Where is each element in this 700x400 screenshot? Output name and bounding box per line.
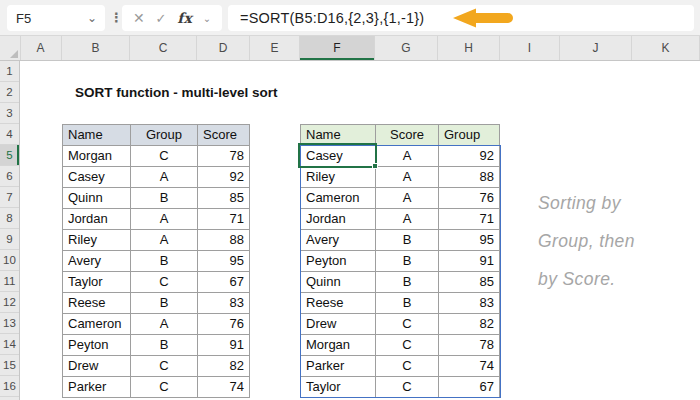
cancel-icon[interactable]: ✕ (133, 10, 145, 26)
row-header-14[interactable]: 14 (0, 334, 19, 355)
column-header-K[interactable]: K (632, 36, 700, 60)
table-cell[interactable]: 83 (198, 293, 250, 314)
table-cell[interactable]: B (131, 251, 198, 272)
column-header-G[interactable]: G (375, 36, 438, 60)
table-cell[interactable]: 82 (198, 356, 250, 377)
table-cell[interactable]: 74 (198, 377, 250, 398)
table-cell[interactable]: A (131, 230, 198, 251)
table-cell[interactable]: Drew (301, 314, 376, 335)
table-cell[interactable]: C (131, 356, 198, 377)
table-cell[interactable]: Peyton (63, 335, 131, 356)
table-cell[interactable]: Avery (301, 230, 376, 251)
row-header-7[interactable]: 7 (0, 187, 19, 208)
table-cell[interactable]: Quinn (301, 272, 376, 293)
row-header-15[interactable]: 15 (0, 355, 19, 376)
row-header-2[interactable]: 2 (0, 82, 19, 103)
table-cell[interactable]: 95 (198, 251, 250, 272)
table-cell[interactable]: C (376, 335, 439, 356)
table-cell[interactable]: A (376, 209, 439, 230)
column-header-F[interactable]: F (300, 36, 375, 60)
table-cell[interactable]: 85 (198, 188, 250, 209)
table-cell[interactable]: A (131, 167, 198, 188)
row-header-11[interactable]: 11 (0, 271, 19, 292)
table-header-cell[interactable]: Group (439, 125, 500, 146)
table-cell[interactable]: 95 (439, 230, 500, 251)
row-header-1[interactable]: 1 (0, 61, 19, 82)
table-cell[interactable]: 91 (198, 335, 250, 356)
table-cell[interactable]: 82 (439, 314, 500, 335)
row-header-9[interactable]: 9 (0, 229, 19, 250)
row-header-6[interactable]: 6 (0, 166, 19, 187)
table-cell[interactable]: Cameron (301, 188, 376, 209)
column-header-D[interactable]: D (197, 36, 250, 60)
column-header-H[interactable]: H (438, 36, 500, 60)
table-cell[interactable]: 76 (198, 314, 250, 335)
table-cell[interactable]: B (376, 251, 439, 272)
table-cell[interactable]: 67 (439, 377, 500, 398)
table-cell[interactable]: C (131, 377, 198, 398)
row-header-12[interactable]: 12 (0, 292, 19, 313)
table-cell[interactable]: Reese (301, 293, 376, 314)
table-cell[interactable]: 83 (439, 293, 500, 314)
insert-function-icon[interactable]: fx (177, 10, 191, 26)
table-cell[interactable]: Parker (301, 356, 376, 377)
table-cell[interactable]: 85 (439, 272, 500, 293)
table-cell[interactable]: Casey (301, 146, 376, 167)
select-all-corner[interactable] (0, 36, 21, 60)
row-header-5[interactable]: 5 (0, 145, 19, 166)
table-cell[interactable]: 92 (439, 146, 500, 167)
table-cell[interactable]: Peyton (301, 251, 376, 272)
column-header-A[interactable]: A (20, 36, 62, 60)
table-header-cell[interactable]: Score (198, 125, 250, 146)
worksheet-title[interactable]: SORT function - multi-level sort (75, 82, 278, 103)
table-cell[interactable]: Jordan (63, 209, 131, 230)
chevron-down-icon[interactable]: ⌄ (87, 12, 105, 24)
table-cell[interactable]: C (376, 356, 439, 377)
table-cell[interactable]: Morgan (63, 146, 131, 167)
enter-icon[interactable]: ✓ (156, 11, 167, 26)
table-cell[interactable]: 71 (439, 209, 500, 230)
table-header-cell[interactable]: Group (131, 125, 198, 146)
table-cell[interactable]: Taylor (301, 377, 376, 398)
column-header-B[interactable]: B (62, 36, 130, 60)
table-cell[interactable]: Parker (63, 377, 131, 398)
table-header-cell[interactable]: Name (63, 125, 131, 146)
table-cell[interactable]: Riley (301, 167, 376, 188)
column-header-C[interactable]: C (130, 36, 197, 60)
row-header-8[interactable]: 8 (0, 208, 19, 229)
table-cell[interactable]: Quinn (63, 188, 131, 209)
table-cell[interactable]: Casey (63, 167, 131, 188)
table-cell[interactable]: Avery (63, 251, 131, 272)
table-cell[interactable]: A (376, 188, 439, 209)
table-cell[interactable]: B (131, 335, 198, 356)
table-cell[interactable]: 78 (439, 335, 500, 356)
row-header-4[interactable]: 4 (0, 124, 19, 145)
column-header-J[interactable]: J (560, 36, 632, 60)
table-cell[interactable]: 91 (439, 251, 500, 272)
table-cell[interactable]: Taylor (63, 272, 131, 293)
table-cell[interactable]: C (131, 146, 198, 167)
table-cell[interactable]: 71 (198, 209, 250, 230)
table-cell[interactable]: Drew (63, 356, 131, 377)
chevron-down-icon[interactable]: ⌄ (203, 13, 211, 24)
table-cell[interactable]: Morgan (301, 335, 376, 356)
row-header-10[interactable]: 10 (0, 250, 19, 271)
table-cell[interactable]: 74 (439, 356, 500, 377)
row-header-16[interactable]: 16 (0, 376, 19, 397)
table-cell[interactable]: A (376, 146, 439, 167)
table-cell[interactable]: 88 (198, 230, 250, 251)
table-cell[interactable]: 67 (198, 272, 250, 293)
table-cell[interactable]: Cameron (63, 314, 131, 335)
table-cell[interactable]: A (131, 314, 198, 335)
name-box[interactable]: F5 ⌄ (7, 5, 105, 31)
table-cell[interactable]: C (376, 314, 439, 335)
table-cell[interactable]: 88 (439, 167, 500, 188)
column-header-E[interactable]: E (250, 36, 300, 60)
row-header-3[interactable]: 3 (0, 103, 19, 124)
table-cell[interactable]: 92 (198, 167, 250, 188)
row-header-13[interactable]: 13 (0, 313, 19, 334)
table-cell[interactable]: 76 (439, 188, 500, 209)
column-header-I[interactable]: I (500, 36, 560, 60)
table-cell[interactable]: A (376, 167, 439, 188)
table-cell[interactable]: Riley (63, 230, 131, 251)
